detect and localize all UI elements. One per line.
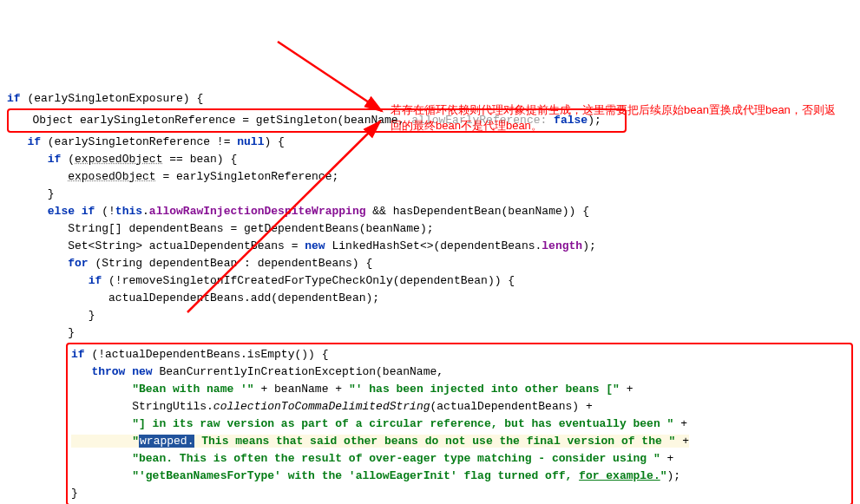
annotation-text: 若存在循环依赖则代理对象提前生成，这里需要把后续原始bean置换成代理bean，…: [391, 102, 842, 134]
code-line: else if (!this.allowRawInjectionDespiteW…: [7, 205, 589, 218]
code-line: Set<String> actualDependentBeans = new L…: [7, 239, 596, 252]
boxed-block-2: if (!actualDependentBeans.isEmpty()) { t…: [66, 343, 853, 504]
code-line: if (earlySingletonReference != null) {: [7, 135, 285, 148]
code-line: actualDependentBeans.add(dependentBean);: [7, 291, 379, 304]
code-line: }: [7, 326, 75, 339]
code-line: if (exposedObject == bean) {: [7, 153, 237, 166]
code-line: for (String dependentBean : dependentBea…: [7, 257, 372, 270]
code-line: String[] dependentBeans = getDependentBe…: [7, 222, 434, 235]
code-line: }: [7, 187, 55, 200]
code-line: exposedObject = earlySingletonReference;: [7, 170, 338, 183]
code-line: }: [7, 309, 95, 322]
code-line: if (earlySingletonExposure) {: [7, 92, 203, 105]
code-line: if (!removeSingletonIfCreatedForTypeChec…: [7, 274, 515, 287]
code-block: if (earlySingletonExposure) { Object ear…: [7, 73, 853, 504]
